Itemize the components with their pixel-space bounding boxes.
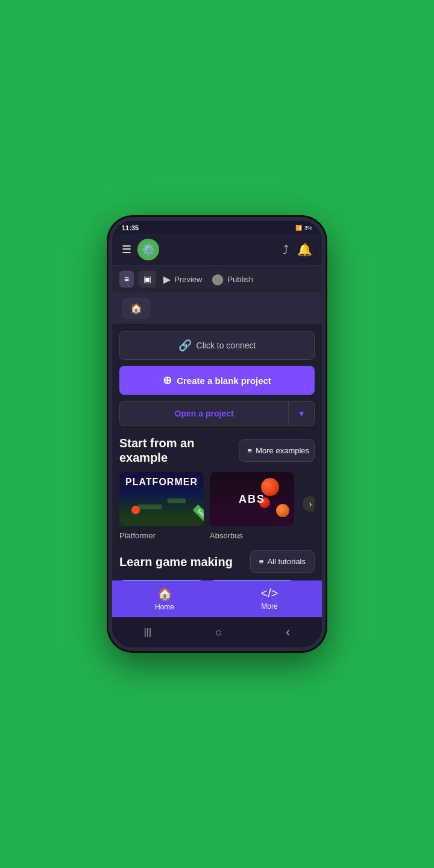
app-header: ☰ ⚙️ ⤴ 🔔 [112, 234, 322, 266]
header-left: ☰ ⚙️ [122, 239, 159, 260]
bottom-nav: 🏠 Home </> More [112, 580, 322, 617]
nav-more[interactable]: </> More [217, 580, 322, 617]
publish-label: Publish [227, 275, 253, 284]
nav-home[interactable]: 🏠 Home [112, 580, 217, 617]
status-time: 11:35 [122, 224, 139, 231]
battery-icon: 3% [304, 225, 312, 231]
wifi-icon: 📶 [295, 225, 302, 231]
all-tutorials-button[interactable]: ≡ All tutorials [250, 550, 315, 573]
create-blank-button[interactable]: ⊕ Create a blank project [119, 366, 315, 395]
tutorial-card-2[interactable]: How To Get E... 🎮🌿 [210, 580, 294, 580]
examples-row: PLATFORMER Starter Platformer ABS Absor [119, 472, 315, 541]
open-dropdown-button[interactable]: ▼ [289, 401, 315, 426]
header-right: ⤴ 🔔 [283, 242, 312, 257]
scenes-button[interactable]: ≡ [119, 271, 134, 288]
create-plus-icon: ⊕ [163, 374, 172, 387]
nav-home-label: Home [155, 603, 174, 611]
home-button[interactable]: 🏠 [122, 298, 151, 319]
absorbus-label: Absorbus [210, 531, 243, 540]
tutorials-row: How To Get Started 🤖⚡🔧 How To Get E... 🎮… [119, 580, 315, 580]
publish-section: ⬤ Publish [212, 272, 253, 286]
share-icon[interactable]: ⤴ [283, 243, 289, 257]
absorbus-bg: ABS [210, 472, 294, 526]
absorbus-text: ABS [239, 493, 265, 506]
preview-section: ▶ Preview [163, 274, 202, 285]
list-icon: ≡ [248, 446, 253, 455]
chevron-down-icon: ▼ [297, 409, 306, 418]
absorbus-thumb: ABS [210, 472, 294, 526]
character [131, 506, 140, 514]
all-tutorials-label: All tutorials [267, 557, 306, 566]
platformer-thumb: PLATFORMER Starter [119, 472, 204, 526]
platformer-label: Platformer [119, 531, 156, 540]
bell-icon[interactable]: 🔔 [297, 242, 312, 257]
tutorials-title: Learn game making [119, 555, 233, 569]
examples-section-header: Start from an example ≡ More examples [119, 436, 315, 465]
create-label: Create a blank project [177, 376, 271, 386]
toolbar: ≡ ▣ ▶ Preview ⬤ Publish [112, 266, 322, 293]
hamburger-icon[interactable]: ☰ [122, 243, 131, 256]
home-icon: 🏠 [130, 303, 142, 313]
recent-apps-button[interactable]: ||| [132, 624, 163, 640]
back-button[interactable]: ‹ [274, 622, 302, 643]
connect-label: Click to connect [197, 341, 256, 350]
objects-icon: ▣ [143, 274, 151, 284]
system-nav: ||| ○ ‹ [112, 617, 322, 647]
phone-frame: 11:35 📶 3% ☰ ⚙️ ⤴ 🔔 ≡ ▣ ▶ Preview [108, 217, 326, 651]
more-examples-button[interactable]: ≡ More examples [239, 439, 315, 462]
list-icon2: ≡ [259, 557, 264, 566]
logo-gear-icon: ⚙️ [142, 243, 155, 256]
nav-home-icon: 🏠 [157, 587, 172, 601]
open-project-row: Open a project ▼ [119, 401, 315, 426]
open-label: Open a project [175, 409, 234, 418]
examples-title: Start from an example [119, 436, 239, 465]
home-bar: 🏠 [112, 293, 322, 324]
ground [119, 514, 204, 526]
open-project-button[interactable]: Open a project [119, 401, 289, 426]
preview-label: Preview [174, 275, 202, 284]
absorbus-card[interactable]: ABS Absorbus [210, 472, 294, 541]
scenes-icon: ≡ [124, 274, 129, 284]
app-logo: ⚙️ [137, 239, 159, 260]
more-examples-label: More examples [256, 446, 309, 455]
tutorial-bg-2: How To Get E... 🎮🌿 [210, 580, 294, 580]
platform1 [137, 505, 162, 509]
publish-toggle-icon: ⬤ [212, 272, 224, 286]
platformer-card[interactable]: PLATFORMER Starter Platformer [119, 472, 204, 541]
planet2 [276, 504, 289, 517]
objects-button[interactable]: ▣ [139, 271, 156, 288]
tutorial-card-1[interactable]: How To Get Started 🤖⚡🔧 [119, 580, 204, 580]
platformer-text: PLATFORMER [125, 477, 198, 488]
play-icon: ▶ [163, 274, 171, 285]
main-content: 🔗 Click to connect ⊕ Create a blank proj… [112, 324, 322, 580]
nav-more-icon: </> [261, 587, 278, 600]
platformer-bg: PLATFORMER Starter [119, 472, 204, 526]
home-system-button[interactable]: ○ [203, 623, 234, 642]
connect-icon: 🔗 [178, 339, 192, 352]
notch [193, 221, 241, 231]
tutorials-section-header: Learn game making ≡ All tutorials [119, 550, 315, 573]
connect-button[interactable]: 🔗 Click to connect [119, 331, 315, 360]
examples-next-arrow[interactable]: › [303, 496, 315, 512]
status-icons: 📶 3% [295, 225, 312, 231]
nav-more-label: More [261, 602, 277, 611]
platform2 [168, 498, 186, 503]
tutorial-bg-1: How To Get Started 🤖⚡🔧 [119, 580, 204, 580]
